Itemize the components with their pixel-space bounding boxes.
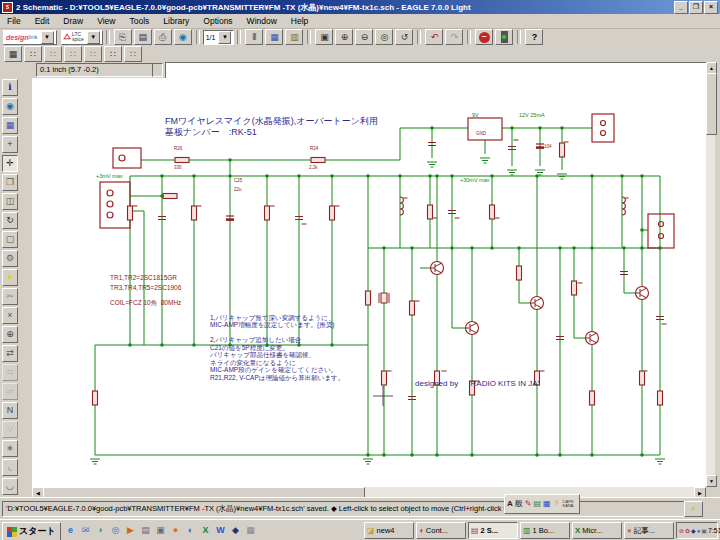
chevron-down-icon[interactable]: ▼ <box>87 31 100 44</box>
minimize-button[interactable]: _ <box>674 1 688 14</box>
task-firefox[interactable]: ● 記事... <box>624 522 674 539</box>
ime-mode-indicator[interactable]: A <box>507 500 513 508</box>
chevron-down-icon[interactable]: ▼ <box>218 31 231 44</box>
menu-options[interactable]: Options <box>196 16 239 26</box>
explorer-icon[interactable]: ▣ <box>154 523 167 537</box>
value-tool[interactable]: V <box>2 421 18 438</box>
smash-tool[interactable]: ∗ <box>2 440 18 457</box>
messenger-tray-icon[interactable]: ● <box>697 528 701 534</box>
mute-icon[interactable]: ⊘ <box>679 528 684 534</box>
schematic-canvas[interactable]: FMワイヤレスマイク(水晶発振),オーバートーン利用 基板ナンバー :RK-51… <box>32 78 706 487</box>
chevron-down-icon[interactable]: ▼ <box>41 31 54 44</box>
open-icon[interactable]: ⎘ <box>114 29 132 45</box>
task-schematic[interactable]: ▤ 2 S... <box>468 522 518 539</box>
mark-tool[interactable]: + <box>2 136 18 153</box>
redo-icon[interactable]: ↷ <box>445 29 463 45</box>
paste-tool[interactable]: ● <box>2 269 18 286</box>
menu-file[interactable]: File <box>0 16 28 26</box>
layer-settings-icon[interactable]: ⫴ <box>245 29 263 45</box>
board-icon[interactable]: ▦ <box>265 29 283 45</box>
go-traffic-light-button[interactable] <box>495 29 513 45</box>
param-pattern-5[interactable]: ∷ <box>104 46 122 62</box>
menu-tools[interactable]: Tools <box>122 16 156 26</box>
gateswap-tool[interactable]: ⇌ <box>2 383 18 400</box>
design-link-dropdown[interactable]: designlink ▼ <box>3 30 57 45</box>
word-icon[interactable]: W <box>214 523 227 537</box>
task-excel[interactable]: X Micr... <box>572 522 622 539</box>
title-bar[interactable]: S 2 Schematic - D:¥TOOL5¥EAGLE-7.0.0¥goo… <box>0 0 720 14</box>
library-icon[interactable]: ▥ <box>285 29 303 45</box>
user-tray-icon[interactable]: ▣ <box>701 528 707 534</box>
delete-tool[interactable]: × <box>2 307 18 324</box>
param-pattern-3[interactable]: ∷ <box>64 46 82 62</box>
group-tool[interactable]: ▢ <box>2 231 18 248</box>
ime-tray-icon[interactable]: ✿ <box>685 528 690 534</box>
ime-help-icon[interactable]: ？ <box>553 500 561 508</box>
copy-tool[interactable]: ❐ <box>2 174 18 191</box>
add-part-tool[interactable]: ⊕ <box>2 326 18 343</box>
close-button[interactable]: × <box>704 1 718 14</box>
ime-pen-icon[interactable]: ✎ <box>525 500 532 508</box>
msn-icon[interactable]: ◗ <box>94 523 107 537</box>
lightning-icon[interactable]: ⚡ <box>684 501 703 517</box>
menu-window[interactable]: Window <box>240 16 284 26</box>
change-tool[interactable]: ⚙ <box>2 250 18 267</box>
firefox-icon[interactable]: ● <box>169 523 182 537</box>
menu-edit[interactable]: Edit <box>28 16 57 26</box>
info-tool[interactable]: ℹ <box>2 79 18 96</box>
photoshop-icon[interactable]: ◆ <box>229 523 242 537</box>
display-tool[interactable]: ▦ <box>2 117 18 134</box>
menu-view[interactable]: View <box>90 16 122 26</box>
scroll-down-arrow[interactable]: ▼ <box>706 475 717 487</box>
browser2-icon[interactable]: ◐ <box>184 523 197 537</box>
horizontal-scrollbar[interactable]: ◀ ▶ <box>32 487 706 497</box>
vertical-scroll-thumb[interactable] <box>706 73 717 135</box>
ime-dict-icon[interactable]: ▦ <box>543 500 551 508</box>
miter-tool[interactable]: ◟ <box>2 459 18 476</box>
ime-language-bar[interactable]: A 般 ✎▤▦？ CAPS KANA <box>504 494 580 514</box>
stop-button[interactable]: − <box>475 29 493 45</box>
zoom-select-icon[interactable]: ◎ <box>375 29 393 45</box>
excel-icon[interactable]: X <box>199 523 212 537</box>
print-icon[interactable]: ⎙ <box>154 29 172 45</box>
rotate-tool[interactable]: ↻ <box>2 212 18 229</box>
name-tool[interactable]: N <box>2 402 18 419</box>
pinswap-tool[interactable]: ⇄ <box>2 345 18 362</box>
param-pattern-4[interactable]: ∷ <box>84 46 102 62</box>
cam-processor-icon[interactable]: ◉ <box>174 29 192 45</box>
undo-icon[interactable]: ↶ <box>425 29 443 45</box>
restore-button[interactable]: ❐ <box>689 1 703 14</box>
split-tool[interactable]: ◡ <box>2 478 18 495</box>
menu-draw[interactable]: Draw <box>56 16 90 26</box>
save-icon[interactable]: ▤ <box>134 29 152 45</box>
help-button[interactable]: ? <box>525 29 543 45</box>
mail-icon[interactable]: ✉ <box>79 523 92 537</box>
zoom-out-icon[interactable]: ⊖ <box>355 29 373 45</box>
media-player-icon[interactable]: ▶ <box>124 523 137 537</box>
mirror-tool[interactable]: ◫ <box>2 193 18 210</box>
sheet-selector-dropdown[interactable]: 1/1 ▼ <box>203 30 235 45</box>
cut-tool[interactable]: ✂ <box>2 288 18 305</box>
ltcspice-dropdown[interactable]: ⧍ LTCspice ▼ <box>61 30 103 45</box>
show-desktop-icon[interactable]: ▤ <box>139 523 152 537</box>
ime-conversion-indicator[interactable]: 般 <box>515 500 523 508</box>
param-pattern-6[interactable]: ∷ <box>124 46 142 62</box>
image-viewer-icon[interactable]: ▦ <box>244 523 257 537</box>
command-input[interactable] <box>165 62 707 79</box>
search-icon[interactable]: ◎ <box>109 523 122 537</box>
zoom-redraw-icon[interactable]: ↺ <box>395 29 413 45</box>
ie-icon[interactable]: e <box>64 523 77 537</box>
menu-help[interactable]: Help <box>284 16 315 26</box>
start-button[interactable]: スタート <box>2 522 61 540</box>
show-tool[interactable]: ◉ <box>2 98 18 115</box>
task-new4[interactable]: ◪ new4 <box>364 522 414 539</box>
shield-icon[interactable]: ◆ <box>691 528 696 534</box>
param-pattern-2[interactable]: ∷ <box>44 46 62 62</box>
ime-pad-icon[interactable]: ▤ <box>533 500 541 508</box>
task-control-panel[interactable]: ◖ Cont... <box>416 522 466 539</box>
grid-icon[interactable]: ▦ <box>4 46 22 62</box>
task-board[interactable]: ▥ 1 Bo... <box>520 522 570 539</box>
vertical-scrollbar[interactable]: ▲ ▼ <box>706 62 715 487</box>
replace-tool[interactable]: ⇆ <box>2 364 18 381</box>
zoom-in-icon[interactable]: ⊕ <box>335 29 353 45</box>
